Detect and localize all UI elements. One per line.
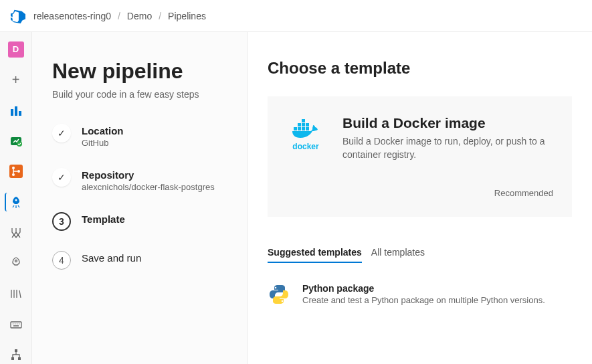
wizard-panel: New pipeline Build your code in a few ea…: [32, 32, 248, 364]
svg-rect-16: [298, 127, 301, 130]
step-subtitle: alexcnichols/docker-flask-postgres: [82, 182, 215, 192]
content-heading: Choose a template: [268, 59, 572, 78]
nav-add-button[interactable]: +: [5, 71, 27, 90]
breadcrumb-separator: /: [159, 11, 161, 21]
docker-logo: docker: [286, 115, 325, 151]
main-area: D + New pipeline Build: [0, 32, 592, 364]
top-bar: releasenotes-ring0 / Demo / Pipelines: [0, 0, 592, 32]
recommended-badge: Recommended: [342, 188, 553, 198]
checkmark-icon: ✓: [52, 124, 71, 143]
nav-boards[interactable]: [5, 101, 27, 120]
breadcrumb-org[interactable]: releasenotes-ring0: [33, 11, 111, 21]
step-number-icon: 4: [52, 251, 71, 270]
tab-all[interactable]: All templates: [371, 247, 425, 263]
nav-repos[interactable]: [5, 132, 27, 151]
recommended-title: Build a Docker image: [342, 115, 553, 131]
svg-rect-15: [294, 127, 297, 130]
svg-point-4: [17, 141, 22, 147]
python-icon: [268, 283, 290, 306]
svg-rect-2: [19, 111, 21, 116]
svg-rect-0: [11, 109, 13, 116]
test-icon: [9, 226, 23, 240]
nav-rocket2[interactable]: [5, 254, 27, 272]
step-repository[interactable]: ✓ Repository alexcnichols/docker-flask-p…: [52, 168, 227, 192]
breadcrumb-separator: /: [118, 11, 120, 21]
rocket-outline-icon: [9, 256, 23, 270]
nav-artifacts[interactable]: [5, 284, 27, 303]
plus-icon: +: [12, 72, 20, 88]
checkmark-icon: ✓: [52, 168, 71, 187]
step-number-icon: 3: [52, 212, 71, 231]
svg-point-8: [17, 170, 20, 173]
step-title: Save and run: [82, 252, 141, 264]
breadcrumb: releasenotes-ring0 / Demo / Pipelines: [33, 11, 206, 21]
svg-point-9: [15, 199, 17, 201]
nav-test[interactable]: [5, 223, 27, 242]
recommended-description: Build a Docker image to run, deploy, or …: [342, 135, 553, 161]
svg-rect-19: [298, 123, 301, 126]
svg-point-24: [282, 300, 284, 302]
step-title: Repository: [82, 169, 215, 181]
svg-point-10: [15, 260, 17, 262]
svg-point-7: [12, 173, 15, 176]
nav-rail: D +: [0, 32, 32, 364]
nav-keyboard[interactable]: [5, 315, 27, 334]
project-avatar: D: [8, 41, 24, 58]
svg-rect-13: [11, 357, 14, 360]
nav-pipelines[interactable]: [5, 193, 26, 211]
content-panel: Choose a template docker Build a Docker …: [248, 32, 592, 364]
nav-hierarchy[interactable]: [5, 345, 27, 364]
azure-devops-logo-icon: [11, 9, 25, 23]
svg-rect-21: [306, 123, 309, 126]
svg-rect-12: [15, 349, 17, 352]
repos-icon: [9, 134, 23, 148]
svg-point-6: [12, 167, 15, 169]
nav-project[interactable]: D: [5, 40, 27, 59]
svg-rect-20: [302, 123, 305, 126]
step-title: Location: [82, 125, 124, 136]
branch-icon: [9, 165, 23, 178]
step-title: Template: [82, 213, 125, 225]
step-template[interactable]: 3 Template: [52, 212, 227, 231]
keyboard-icon: [9, 318, 23, 331]
template-item-python[interactable]: Python package Create and test a Python …: [268, 280, 572, 308]
page-subtitle: Build your code in a few easy steps: [52, 89, 227, 100]
step-subtitle: GitHub: [82, 138, 124, 148]
template-description: Create and test a Python package on mult…: [302, 295, 545, 305]
recommended-template-card[interactable]: docker Build a Docker image Build a Dock…: [268, 96, 572, 217]
svg-rect-17: [302, 127, 305, 130]
step-save-run[interactable]: 4 Save and run: [52, 251, 227, 270]
svg-rect-18: [306, 127, 309, 130]
docker-logo-text: docker: [292, 142, 318, 151]
docker-whale-icon: [290, 119, 322, 141]
svg-rect-22: [302, 119, 305, 122]
svg-rect-14: [18, 357, 21, 360]
rocket-icon: [9, 195, 23, 209]
svg-rect-11: [11, 322, 21, 328]
breadcrumb-section[interactable]: Pipelines: [168, 11, 206, 21]
breadcrumb-project[interactable]: Demo: [127, 11, 152, 21]
svg-point-23: [275, 287, 277, 289]
nav-item-orange[interactable]: [5, 163, 27, 181]
hierarchy-icon: [9, 348, 23, 361]
page-title: New pipeline: [52, 59, 227, 84]
step-location[interactable]: ✓ Location GitHub: [52, 124, 227, 148]
template-title: Python package: [302, 283, 545, 294]
books-icon: [9, 287, 23, 300]
boards-icon: [9, 104, 23, 117]
tab-suggested[interactable]: Suggested templates: [268, 247, 362, 263]
template-tabs: Suggested templates All templates: [268, 247, 572, 263]
svg-rect-1: [15, 106, 17, 116]
